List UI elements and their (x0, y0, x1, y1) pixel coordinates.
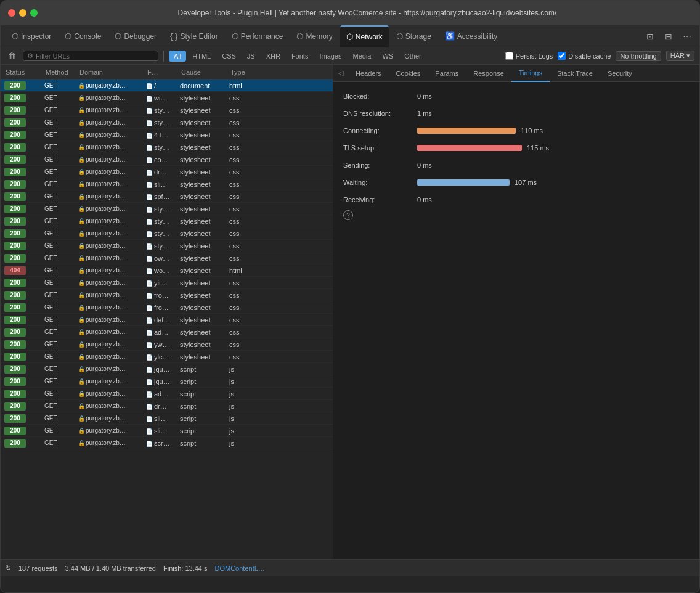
reload-icon[interactable]: ↻ (6, 564, 11, 572)
table-row[interactable]: 200 GET 🔒purgatory.zb… 📄sli… stylesheet … (1, 178, 333, 190)
timing-connecting-area: 110 ms (417, 127, 690, 134)
table-row[interactable]: 200 GET 🔒purgatory.zb… 📄fro… stylesheet … (1, 301, 333, 314)
table-row[interactable]: 200 GET 🔒purgatory.zb… 📄co… stylesheet c… (1, 153, 333, 166)
cell-domain: 🔒purgatory.zb… (77, 279, 145, 286)
clear-button[interactable]: 🗑 (6, 50, 18, 62)
table-row[interactable]: 200 GET 🔒purgatory.zb… 📄sty… stylesheet … (1, 227, 333, 240)
lock-icon: 🔒 (78, 329, 85, 335)
cell-domain: 🔒purgatory.zb… (77, 390, 145, 397)
subtab-response[interactable]: Response (466, 65, 511, 82)
minimize-button[interactable] (19, 9, 26, 17)
table-row[interactable]: 200 GET 🔒purgatory.zb… 📄sty… stylesheet … (1, 215, 333, 227)
col-file[interactable]: F… (145, 68, 179, 76)
tab-inspector[interactable]: ⬡ Inspector (6, 25, 57, 47)
filter-xhr[interactable]: XHR (261, 51, 285, 62)
disable-cache-wrap[interactable]: Disable cache (558, 52, 611, 60)
subtab-headers[interactable]: Headers (348, 65, 389, 82)
close-button[interactable] (8, 9, 15, 17)
tab-memory[interactable]: ⬡ Memory (290, 25, 338, 47)
tab-style-editor[interactable]: { } Style Editor (164, 25, 224, 47)
table-row[interactable]: 200 GET 🔒purgatory.zb… 📄dr… script js (1, 400, 333, 412)
filter-images[interactable]: Images (314, 51, 346, 62)
cell-type: css (228, 292, 271, 299)
cell-cause: stylesheet (179, 119, 228, 126)
table-row[interactable]: 200 GET 🔒purgatory.zb… 📄jqu… script js (1, 375, 333, 388)
table-row[interactable]: 200 GET 🔒purgatory.zb… 📄ow… stylesheet c… (1, 252, 333, 264)
table-row[interactable]: 200 GET 🔒purgatory.zb… 📄yw… stylesheet c… (1, 338, 333, 351)
transfer-size: 3.44 MB / 1.40 MB transferred (65, 565, 156, 572)
filter-other[interactable]: Other (399, 51, 426, 62)
table-row[interactable]: 200 GET 🔒purgatory.zb… 📄sli… script js (1, 412, 333, 425)
subtab-security[interactable]: Security (600, 65, 640, 82)
cell-cause: script (179, 415, 228, 422)
col-type[interactable]: Type (228, 68, 271, 76)
table-row[interactable]: 200 GET 🔒purgatory.zb… 📄spf… stylesheet … (1, 190, 333, 203)
table-row[interactable]: 200 GET 🔒purgatory.zb… 📄wi… stylesheet c… (1, 92, 333, 104)
col-status[interactable]: Status (3, 68, 43, 76)
tab-accessibility[interactable]: ♿ Accessibility (439, 25, 503, 47)
col-cause[interactable]: Cause (179, 68, 228, 76)
filter-js[interactable]: JS (242, 51, 260, 62)
cell-cause: stylesheet (179, 242, 228, 250)
col-domain[interactable]: Domain (77, 68, 145, 76)
table-row[interactable]: 200 GET 🔒purgatory.zb… 📄sty… stylesheet … (1, 104, 333, 117)
cell-method: GET (43, 255, 77, 261)
filter-fonts[interactable]: Fonts (287, 51, 314, 62)
tab-storage[interactable]: ⬡ Storage (390, 25, 437, 47)
subtab-params[interactable]: Params (428, 65, 466, 82)
cell-status: 200 (3, 291, 43, 300)
table-row[interactable]: 404 GET 🔒purgatory.zb… 📄wo… stylesheet h… (1, 264, 333, 277)
filter-html[interactable]: HTML (187, 51, 216, 62)
dom-content-link[interactable]: DOMContentL… (215, 565, 265, 572)
network-toolbar: 🗑 ⚙ All HTML CSS JS XHR Fonts Images Med… (1, 47, 699, 65)
filter-css[interactable]: CSS (217, 51, 241, 62)
subtab-stack-trace[interactable]: Stack Trace (550, 65, 600, 82)
table-row[interactable]: 200 GET 🔒purgatory.zb… 📄ad… stylesheet c… (1, 326, 333, 338)
cell-type: js (228, 366, 271, 373)
table-row[interactable]: 200 GET 🔒purgatory.zb… 📄sli… script js (1, 425, 333, 437)
cell-cause: stylesheet (179, 341, 228, 348)
subtab-cookies[interactable]: Cookies (389, 65, 428, 82)
har-button[interactable]: HAR ▾ (666, 51, 694, 61)
table-row[interactable]: 200 GET 🔒purgatory.zb… 📄dr… stylesheet c… (1, 166, 333, 178)
maximize-button[interactable] (30, 9, 38, 17)
cell-type: css (228, 144, 271, 151)
table-row[interactable]: 200 GET 🔒purgatory.zb… 📄yit… stylesheet … (1, 277, 333, 289)
lock-icon: 🔒 (78, 107, 85, 113)
table-row[interactable]: 200 GET 🔒purgatory.zb… 📄jqu… script js (1, 363, 333, 375)
help-icon[interactable]: ? (343, 210, 353, 220)
filter-input[interactable] (36, 52, 154, 60)
table-row[interactable]: 200 GET 🔒purgatory.zb… 📄scr… script js (1, 437, 333, 449)
cell-method: GET (43, 131, 77, 138)
table-row[interactable]: 200 GET 🔒purgatory.zb… 📄sty… stylesheet … (1, 240, 333, 252)
cell-method: GET (43, 218, 77, 224)
table-row[interactable]: 200 GET 🔒purgatory.zb… 📄sty… stylesheet … (1, 117, 333, 129)
col-method[interactable]: Method (43, 68, 77, 76)
table-row[interactable]: 200 GET 🔒purgatory.zb… 📄4-l… stylesheet … (1, 129, 333, 141)
cell-cause: script (179, 427, 228, 435)
persist-logs-wrap[interactable]: Persist Logs (505, 52, 553, 60)
debugger-icon: ⬡ (115, 31, 121, 41)
table-row[interactable]: 200 GET 🔒purgatory.zb… 📄ylc… stylesheet … (1, 351, 333, 363)
table-row[interactable]: 200 GET 🔒purgatory.zb… 📄sty… stylesheet … (1, 203, 333, 215)
table-row[interactable]: 200 GET 🔒purgatory.zb… 📄/ document html (1, 80, 333, 92)
table-row[interactable]: 200 GET 🔒purgatory.zb… 📄sty… stylesheet … (1, 141, 333, 153)
table-row[interactable]: 200 GET 🔒purgatory.zb… 📄def… stylesheet … (1, 314, 333, 326)
tab-console[interactable]: ⬡ Console (59, 25, 107, 47)
tab-network[interactable]: ⬡ Network (340, 25, 389, 47)
more-button[interactable]: ⋯ (680, 29, 694, 44)
tab-debugger[interactable]: ⬡ Debugger (108, 25, 163, 47)
table-row[interactable]: 200 GET 🔒purgatory.zb… 📄fro… stylesheet … (1, 289, 333, 301)
split-view-button[interactable]: ⊟ (661, 29, 676, 44)
responsive-design-button[interactable]: ⊡ (643, 29, 657, 44)
subtab-timings[interactable]: Timings (511, 65, 550, 82)
throttle-button[interactable]: No throttling (616, 51, 661, 61)
tab-performance[interactable]: ⬡ Performance (226, 25, 290, 47)
filter-ws[interactable]: WS (377, 51, 398, 62)
persist-logs-checkbox[interactable] (505, 52, 513, 60)
filter-media[interactable]: Media (348, 51, 376, 62)
file-icon: 📄 (146, 293, 153, 299)
filter-all[interactable]: All (169, 51, 186, 62)
table-row[interactable]: 200 GET 🔒purgatory.zb… 📄ad… script js (1, 388, 333, 400)
disable-cache-checkbox[interactable] (558, 52, 566, 60)
